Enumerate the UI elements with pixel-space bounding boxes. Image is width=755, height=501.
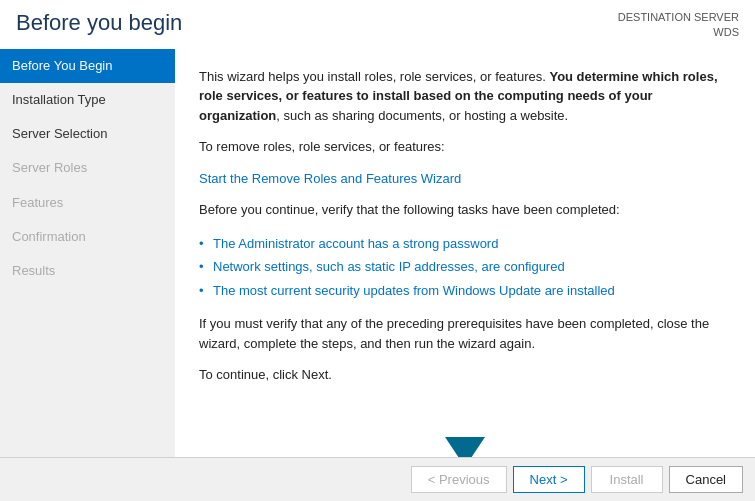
intro-text: This wizard helps you install roles, rol… <box>199 67 731 126</box>
footer: < Previous Next > Install Cancel <box>0 457 755 501</box>
sidebar-item-features: Features <box>0 186 175 220</box>
header: Before you begin DESTINATION SERVER WDS <box>0 0 755 49</box>
install-button[interactable]: Install <box>591 466 663 493</box>
destination-server-name: WDS <box>618 25 739 40</box>
content-area: This wizard helps you install roles, rol… <box>175 49 755 457</box>
remove-roles-link[interactable]: Start the Remove Roles and Features Wiza… <box>199 171 461 186</box>
destination-server-info: DESTINATION SERVER WDS <box>618 10 739 41</box>
bullet-item-2: Network settings, such as static IP addr… <box>199 255 731 279</box>
cancel-button[interactable]: Cancel <box>669 466 743 493</box>
remove-label: To remove roles, role services, or featu… <box>199 137 731 157</box>
previous-button[interactable]: < Previous <box>411 466 507 493</box>
sidebar-item-installation-type[interactable]: Installation Type <box>0 83 175 117</box>
down-arrow-icon <box>437 397 493 457</box>
continue-note: To continue, click Next. <box>199 365 731 385</box>
bullet-item-1: The Administrator account has a strong p… <box>199 232 731 256</box>
svg-marker-0 <box>445 397 485 457</box>
main-layout: Before You Begin Installation Type Serve… <box>0 49 755 457</box>
page-title: Before you begin <box>16 10 182 36</box>
sidebar-item-server-selection[interactable]: Server Selection <box>0 117 175 151</box>
sidebar-item-before-you-begin[interactable]: Before You Begin <box>0 49 175 83</box>
bullet-list: The Administrator account has a strong p… <box>199 232 731 303</box>
sidebar-item-confirmation: Confirmation <box>0 220 175 254</box>
next-button[interactable]: Next > <box>513 466 585 493</box>
destination-server-label: DESTINATION SERVER <box>618 10 739 25</box>
sidebar-item-server-roles: Server Roles <box>0 151 175 185</box>
remove-link-para: Start the Remove Roles and Features Wiza… <box>199 169 731 189</box>
verify-label: Before you continue, verify that the fol… <box>199 200 731 220</box>
sidebar: Before You Begin Installation Type Serve… <box>0 49 175 457</box>
sidebar-item-results: Results <box>0 254 175 288</box>
prereq-note: If you must verify that any of the prece… <box>199 314 731 353</box>
bullet-item-3: The most current security updates from W… <box>199 279 731 303</box>
arrow-container <box>199 397 731 457</box>
